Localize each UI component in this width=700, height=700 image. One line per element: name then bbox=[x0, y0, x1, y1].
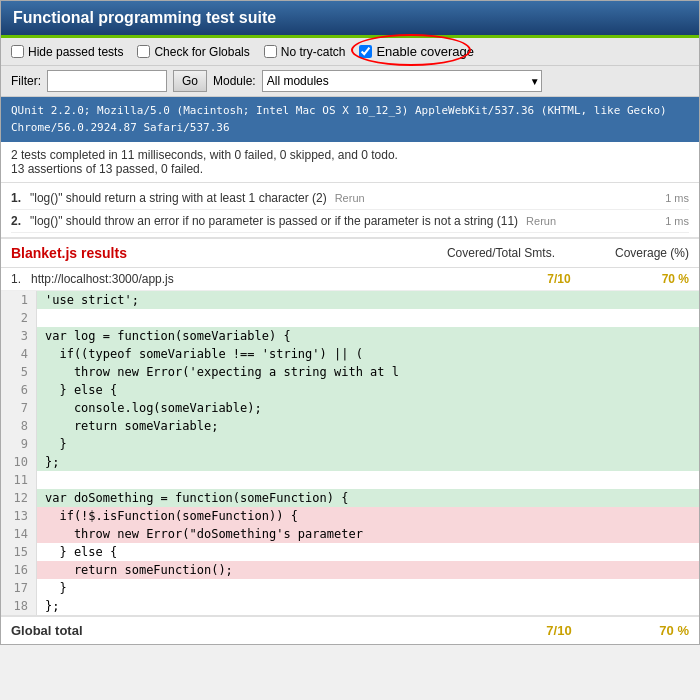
line-number: 18 bbox=[1, 597, 37, 615]
status-bar: 2 tests completed in 11 milliseconds, wi… bbox=[1, 142, 699, 183]
info-bar: QUnit 2.2.0; Mozilla/5.0 (Macintosh; Int… bbox=[1, 97, 699, 142]
line-content: if((typeof someVariable !== 'string') ||… bbox=[37, 345, 699, 363]
enable-coverage-checkbox[interactable] bbox=[359, 45, 372, 58]
line-content: } bbox=[37, 579, 699, 597]
code-line: 6 } else { bbox=[1, 381, 699, 399]
test-item-2: 2. "log()" should throw an error if no p… bbox=[11, 210, 689, 233]
line-number: 13 bbox=[1, 507, 37, 525]
module-select-wrapper: All modules ▼ bbox=[262, 70, 542, 92]
filter-label: Filter: bbox=[11, 74, 41, 88]
info-line2: Chrome/56.0.2924.87 Safari/537.36 bbox=[11, 120, 689, 137]
rerun-link-1[interactable]: Rerun bbox=[335, 192, 365, 204]
test-item: 1. "log()" should return a string with a… bbox=[11, 187, 689, 210]
line-content: var log = function(someVariable) { bbox=[37, 327, 699, 345]
filter-input[interactable] bbox=[47, 70, 167, 92]
line-content: 'use strict'; bbox=[37, 291, 699, 309]
line-content: }; bbox=[37, 453, 699, 471]
enable-coverage-label: Enable coverage bbox=[376, 44, 474, 59]
line-content: if(!$.isFunction(someFunction)) { bbox=[37, 507, 699, 525]
blanket-columns: Covered/Total Smts. Coverage (%) bbox=[161, 246, 689, 260]
test-item-left-1: 1. "log()" should return a string with a… bbox=[11, 191, 365, 205]
check-globals-item: Check for Globals bbox=[137, 45, 249, 59]
rerun-link-2[interactable]: Rerun bbox=[526, 215, 556, 227]
line-content: return someFunction(); bbox=[37, 561, 699, 579]
blanket-header: Blanket.js results Covered/Total Smts. C… bbox=[1, 237, 699, 268]
line-number: 4 bbox=[1, 345, 37, 363]
line-number: 11 bbox=[1, 471, 37, 489]
code-line: 17 } bbox=[1, 579, 699, 597]
line-number: 14 bbox=[1, 525, 37, 543]
code-line: 14 throw new Error("doSomething's parame… bbox=[1, 525, 699, 543]
check-globals-checkbox[interactable] bbox=[137, 45, 150, 58]
line-content bbox=[37, 309, 699, 327]
no-try-catch-item: No try-catch bbox=[264, 45, 346, 59]
line-number: 12 bbox=[1, 489, 37, 507]
test-time-2: 1 ms bbox=[659, 215, 689, 227]
check-globals-label: Check for Globals bbox=[154, 45, 249, 59]
code-line: 18}; bbox=[1, 597, 699, 615]
toolbar: Hide passed tests Check for Globals No t… bbox=[1, 38, 699, 66]
line-content: var doSomething = function(someFunction)… bbox=[37, 489, 699, 507]
status-line2: 13 assertions of 13 passed, 0 failed. bbox=[11, 162, 689, 176]
line-content: return someVariable; bbox=[37, 417, 699, 435]
line-number: 16 bbox=[1, 561, 37, 579]
test-item-left-2: 2. "log()" should throw an error if no p… bbox=[11, 214, 556, 228]
line-number: 17 bbox=[1, 579, 37, 597]
code-line: 1'use strict'; bbox=[1, 291, 699, 309]
hide-passed-item: Hide passed tests bbox=[11, 45, 123, 59]
no-try-catch-checkbox[interactable] bbox=[264, 45, 277, 58]
main-window: Functional programming test suite Hide p… bbox=[0, 0, 700, 645]
code-line: 5 throw new Error('expecting a string wi… bbox=[1, 363, 699, 381]
test-number-1: 1. bbox=[11, 191, 26, 205]
code-line: 11 bbox=[1, 471, 699, 489]
line-number: 9 bbox=[1, 435, 37, 453]
blanket-col2: Coverage (%) bbox=[615, 246, 689, 260]
line-number: 5 bbox=[1, 363, 37, 381]
line-content: console.log(someVariable); bbox=[37, 399, 699, 417]
code-line: 2 bbox=[1, 309, 699, 327]
line-content: }; bbox=[37, 597, 699, 615]
line-number: 7 bbox=[1, 399, 37, 417]
hide-passed-checkbox[interactable] bbox=[11, 45, 24, 58]
line-number: 6 bbox=[1, 381, 37, 399]
title-bar: Functional programming test suite bbox=[1, 1, 699, 38]
coverage-smts: 7/10 bbox=[509, 272, 609, 286]
test-number-2: 2. bbox=[11, 214, 26, 228]
blanket-col1: Covered/Total Smts. bbox=[447, 246, 555, 260]
code-line: 8 return someVariable; bbox=[1, 417, 699, 435]
module-select[interactable]: All modules bbox=[262, 70, 542, 92]
line-number: 8 bbox=[1, 417, 37, 435]
line-number: 2 bbox=[1, 309, 37, 327]
code-line: 3var log = function(someVariable) { bbox=[1, 327, 699, 345]
global-smts: 7/10 bbox=[509, 623, 609, 638]
line-content: } else { bbox=[37, 381, 699, 399]
status-line1: 2 tests completed in 11 milliseconds, wi… bbox=[11, 148, 689, 162]
filter-bar: Filter: Go Module: All modules ▼ bbox=[1, 66, 699, 97]
global-pct: 70 % bbox=[609, 623, 689, 638]
global-label: Global total bbox=[11, 623, 509, 638]
enable-coverage-item: Enable coverage bbox=[359, 44, 474, 59]
code-line: 15 } else { bbox=[1, 543, 699, 561]
coverage-file-path: http://localhost:3000/app.js bbox=[31, 272, 509, 286]
code-line: 9 } bbox=[1, 435, 699, 453]
coverage-row-num: 1. bbox=[11, 272, 31, 286]
info-line1: QUnit 2.2.0; Mozilla/5.0 (Macintosh; Int… bbox=[11, 103, 689, 120]
code-line: 12var doSomething = function(someFunctio… bbox=[1, 489, 699, 507]
code-line: 4 if((typeof someVariable !== 'string') … bbox=[1, 345, 699, 363]
global-total: Global total 7/10 70 % bbox=[1, 615, 699, 644]
line-number: 1 bbox=[1, 291, 37, 309]
line-content: } bbox=[37, 435, 699, 453]
blanket-title: Blanket.js results bbox=[11, 245, 161, 261]
line-content: } else { bbox=[37, 543, 699, 561]
no-try-catch-label: No try-catch bbox=[281, 45, 346, 59]
test-name-1: "log()" should return a string with at l… bbox=[30, 191, 327, 205]
line-number: 15 bbox=[1, 543, 37, 561]
code-line: 10}; bbox=[1, 453, 699, 471]
hide-passed-label: Hide passed tests bbox=[28, 45, 123, 59]
line-number: 3 bbox=[1, 327, 37, 345]
line-number: 10 bbox=[1, 453, 37, 471]
code-line: 7 console.log(someVariable); bbox=[1, 399, 699, 417]
go-button[interactable]: Go bbox=[173, 70, 207, 92]
line-content bbox=[37, 471, 699, 489]
code-line: 16 return someFunction(); bbox=[1, 561, 699, 579]
